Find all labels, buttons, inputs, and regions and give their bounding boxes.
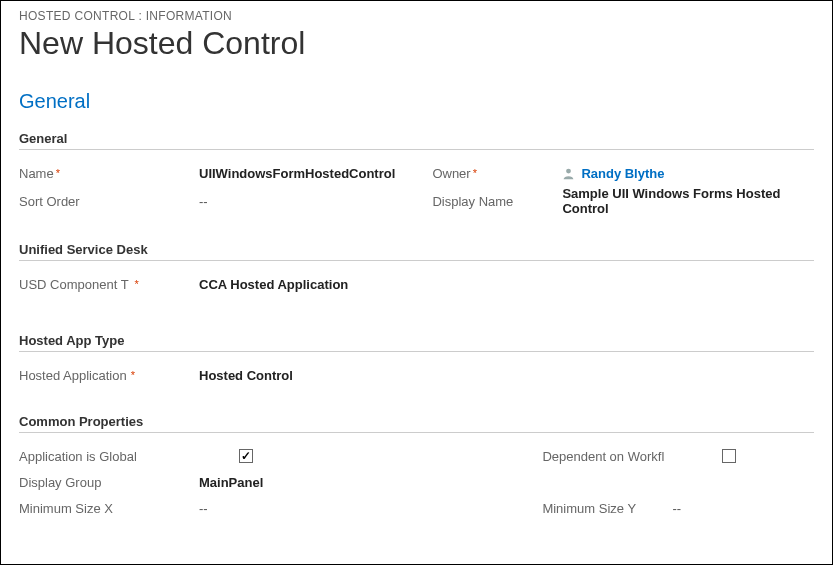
svg-point-0 — [566, 168, 571, 173]
display-name-label: Display Name — [432, 186, 562, 216]
breadcrumb: HOSTED CONTROL : INFORMATION — [19, 9, 814, 23]
hosted-application-label: Hosted Application* — [19, 368, 199, 383]
sort-order-label: Sort Order — [19, 194, 199, 209]
hosted-application-field[interactable]: Hosted Control — [199, 368, 814, 383]
owner-field[interactable]: Randy Blythe — [562, 166, 814, 181]
name-label: Name* — [19, 166, 199, 181]
subsection-general: General — [19, 131, 814, 150]
min-size-x-label: Minimum Size X — [19, 501, 199, 516]
section-general-title: General — [19, 90, 814, 113]
display-group-field[interactable]: MainPanel — [199, 475, 814, 490]
owner-link[interactable]: Randy Blythe — [581, 166, 664, 181]
owner-label: Owner* — [432, 166, 562, 181]
person-icon — [562, 167, 575, 180]
dependent-workflow-checkbox[interactable] — [722, 449, 736, 463]
subsection-common-properties: Common Properties — [19, 414, 814, 433]
app-global-checkbox[interactable] — [239, 449, 253, 463]
display-name-field[interactable]: Sample UII Windows Forms Hosted Control — [562, 186, 814, 216]
usd-component-type-field[interactable]: CCA Hosted Application — [199, 277, 814, 292]
app-global-label: Application is Global — [19, 449, 239, 464]
min-size-x-field[interactable]: -- — [199, 501, 432, 516]
dependent-workflow-label: Dependent on Workfl — [542, 449, 722, 464]
min-size-y-label: Minimum Size Y — [542, 501, 672, 516]
page-title: New Hosted Control — [19, 25, 814, 62]
min-size-y-field[interactable]: -- — [672, 501, 814, 516]
usd-component-type-label: USD Component T* — [19, 277, 199, 292]
subsection-hosted-app-type: Hosted App Type — [19, 333, 814, 352]
subsection-usd: Unified Service Desk — [19, 242, 814, 261]
name-field[interactable]: UIIWindowsFormHostedControl — [199, 166, 432, 181]
sort-order-field[interactable]: -- — [199, 194, 432, 209]
display-group-label: Display Group — [19, 475, 199, 490]
